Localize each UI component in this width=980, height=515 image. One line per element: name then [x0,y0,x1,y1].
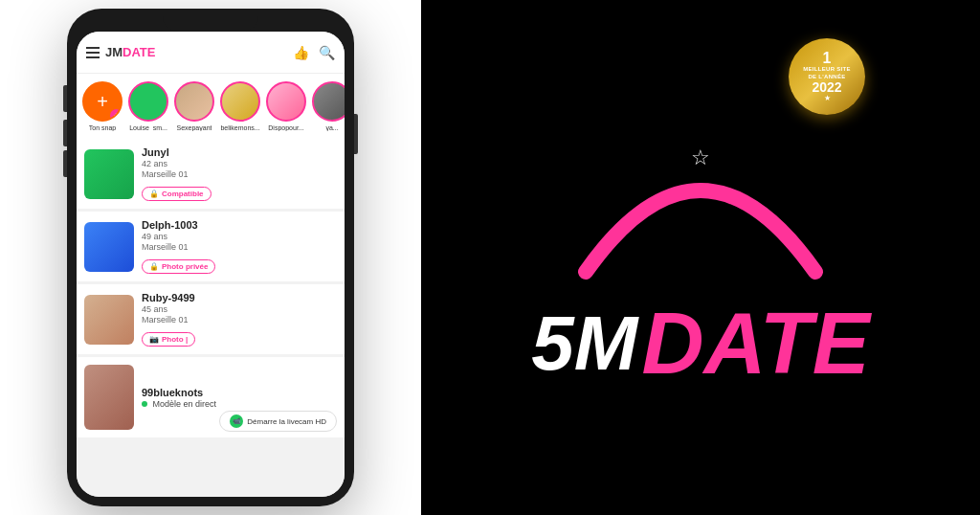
lock-icon-delph: 🔒 [149,262,159,271]
story-louise[interactable]: Louise_sm... [128,81,168,131]
story-ya-label: ya... [325,124,338,131]
story-belikemons[interactable]: belikemons... [220,81,260,131]
badge-compatible-junyl: 🔒 Compatible [142,187,212,201]
lock-icon: 🔒 [149,190,159,198]
award-text-line1: MEILLEUR SITE [803,66,851,74]
user-location-delph: Marseille 01 [142,242,337,252]
award-year: 2022 [812,80,841,94]
badge-photo-delph: 🔒 Photo privée [142,259,215,274]
phone-mockup: JMDATE 👍 🔍 + + Ton snap [67,9,354,506]
award-star: ★ [824,94,831,102]
like-icon[interactable]: 👍 [293,45,309,60]
user-item-delph[interactable]: Delph-1003 49 ans Marseille 01 🔒 Photo p… [77,212,345,281]
add-badge: + [110,109,122,122]
phone-notch [163,9,258,32]
user-avatar-ruby [84,295,134,345]
livecam-btn-label: Démarre la livecam HD [247,417,326,426]
arch-container: ☆ [567,128,835,281]
logo-date: DATE [122,45,155,59]
photo-icon-ruby: 📷 [149,335,159,344]
user-avatar-junyl [84,149,134,199]
user-age-delph: 49 ans [142,232,337,241]
award-badge: 1 MEILLEUR SITE DE L'ANNÉE 2022 ★ [789,38,865,115]
phone-screen: JMDATE 👍 🔍 + + Ton snap [77,32,345,497]
story-add[interactable]: + + Ton snap [82,81,122,131]
story-dispo[interactable]: Dispopour... [266,81,306,131]
phone-section: JMDATE 👍 🔍 + + Ton snap [0,0,421,515]
app-topbar: JMDATE 👍 🔍 [77,32,345,74]
user-info-99blueknots: 99blueknots Modèle en direct [142,387,337,409]
user-avatar-99blueknots [84,365,134,430]
story-add-avatar: + + [82,81,122,122]
story-dispo-avatar [266,81,306,122]
story-belikemons-avatar [220,81,260,122]
story-louise-avatar [128,81,168,122]
badge-label-ruby: Photo | [162,335,188,344]
award-number: 1 [823,51,832,66]
big-logo: 5M DATE [531,301,869,387]
user-location-junyl: Marseille 01 [142,169,337,179]
story-dispo-label: Dispopour... [268,124,303,131]
user-item-99blueknots[interactable]: 99blueknots Modèle en direct 📹 Démarre l… [77,357,345,437]
camera-icon: 📹 [230,414,243,428]
menu-icon[interactable] [86,47,100,58]
user-name-ruby: Ruby-9499 [142,292,337,303]
live-text: Modèle en direct [153,399,217,409]
award-circle: 1 MEILLEUR SITE DE L'ANNÉE 2022 ★ [789,38,865,115]
live-label-99blueknots: Modèle en direct [142,399,337,409]
user-info-delph: Delph-1003 49 ans Marseille 01 🔒 Photo p… [142,219,337,274]
user-name-junyl: Junyl [142,146,337,158]
story-sexepayant[interactable]: Sexepayant [174,81,214,131]
stories-row: + + Ton snap Louise_sm... Sexepayant [77,74,345,139]
user-age-junyl: 42 ans [142,159,337,168]
user-age-ruby: 45 ans [142,304,337,314]
badge-label-delph: Photo privée [162,262,208,271]
topbar-right: 👍 🔍 [293,45,335,60]
user-item-junyl[interactable]: Junyl 42 ans Marseille 01 🔒 Compatible [77,139,345,209]
brand-section: 1 MEILLEUR SITE DE L'ANNÉE 2022 ★ ☆ 5M D… [421,0,980,515]
user-avatar-delph [84,222,134,272]
topbar-left: JMDATE [86,45,156,59]
app-logo: JMDATE [105,45,156,59]
search-icon[interactable]: 🔍 [319,45,335,60]
story-ya[interactable]: ya... [312,81,345,131]
livecam-button[interactable]: 📹 Démarre la livecam HD [219,411,337,432]
live-dot-icon [142,401,147,407]
arch-star-icon: ☆ [691,146,710,170]
badge-label-junyl: Compatible [162,190,204,198]
brand-logo-jm: 5M [531,305,637,382]
brand-logo-date: DATE [641,301,869,387]
user-info-ruby: Ruby-9499 45 ans Marseille 01 📷 Photo | [142,292,337,347]
add-plus-icon: + [97,92,108,111]
story-sexepayant-avatar [174,81,214,122]
story-add-label: Ton snap [89,124,116,131]
user-list: Junyl 42 ans Marseille 01 🔒 Compatible D… [77,139,345,497]
story-ya-avatar [312,81,345,122]
logo-jm: JM [105,45,122,59]
user-item-ruby[interactable]: Ruby-9499 45 ans Marseille 01 📷 Photo | [77,284,345,354]
user-name-delph: Delph-1003 [142,219,337,231]
story-belikemons-label: belikemons... [220,124,259,131]
story-sexepayant-label: Sexepayant [177,124,212,131]
user-name-99blueknots: 99blueknots [142,387,337,398]
user-info-junyl: Junyl 42 ans Marseille 01 🔒 Compatible [142,146,337,201]
user-location-ruby: Marseille 01 [142,315,337,325]
badge-photo-ruby: 📷 Photo | [142,332,195,347]
story-louise-label: Louise_sm... [129,124,167,131]
